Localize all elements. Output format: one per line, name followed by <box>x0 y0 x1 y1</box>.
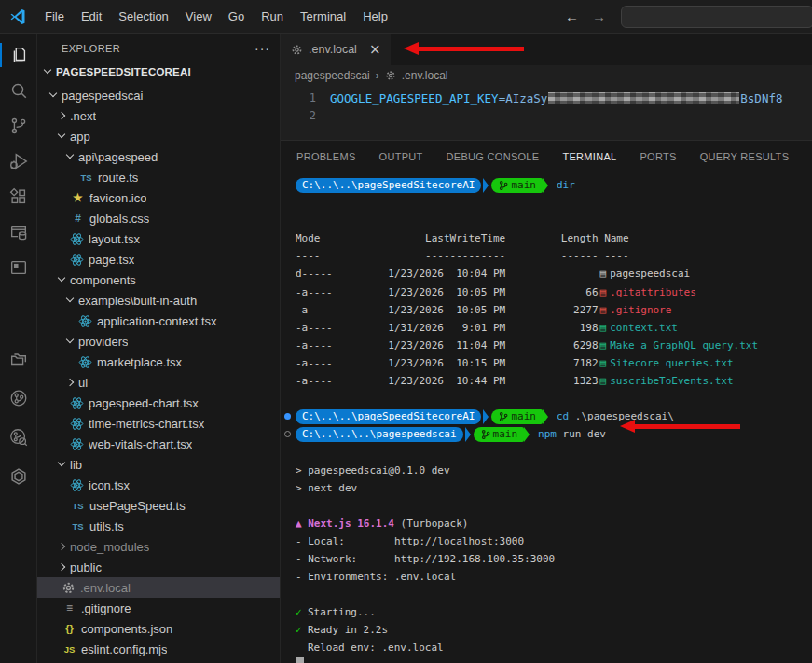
file-icon: ▤ <box>599 357 611 369</box>
breadcrumb-file[interactable]: .env.local <box>402 69 448 82</box>
tree-file-utils-ts[interactable]: TSutils.ts <box>37 516 280 536</box>
annotation-arrow-npm-run-dev <box>634 424 740 429</box>
tab-terminal[interactable]: TERMINAL <box>562 141 616 173</box>
tree-file-route-ts[interactable]: TSroute.ts <box>37 167 280 187</box>
line-number: 2 <box>281 107 330 125</box>
file-icon: ▤ <box>599 286 611 298</box>
path-pill: C:\..\..\pageSpeedSitecoreAI <box>296 178 481 193</box>
tree-file-icon-tsx[interactable]: icon.tsx <box>37 475 280 495</box>
dir-row: -a---- 1/23/2026 10:05 PM 66▤.gitattribu… <box>284 283 812 301</box>
back-arrow-icon[interactable]: ← <box>565 8 579 24</box>
run-debug-icon[interactable] <box>0 144 37 179</box>
tree-folder-providers[interactable]: providers <box>37 331 280 352</box>
tree-file-usepagespeed-ts[interactable]: TSusePageSpeed.ts <box>37 495 280 516</box>
tab-debug-console[interactable]: DEBUG CONSOLE <box>447 141 540 173</box>
tree-file-env-local[interactable]: .env.local <box>37 577 280 598</box>
dir-row: -a---- 1/23/2026 11:04 PM 6298▤Make a Gr… <box>284 337 812 354</box>
tree-file-globals-css[interactable]: #globals.css <box>37 208 280 228</box>
tree-file-marketplace-tsx[interactable]: marketplace.tsx <box>37 352 280 372</box>
search-icon[interactable] <box>0 73 37 108</box>
env-value-prefix: =AIzaSy <box>499 91 548 105</box>
tree-file-pagespeed-chart-tsx[interactable]: pagespeed-chart.tsx <box>37 393 280 413</box>
panel-tab-bar: PROBLEMS OUTPUT DEBUG CONSOLE TERMINAL P… <box>281 141 812 173</box>
file-icon: ▤ <box>599 304 611 316</box>
explorer-actions-icon[interactable]: ··· <box>255 45 270 52</box>
file-icon: ▤ <box>599 268 611 280</box>
tree-folder-node-modules[interactable]: node_modules <box>37 536 280 557</box>
file-tree: pagespeedscai .next app api\pagespeed TS… <box>37 85 280 659</box>
tree-folder-examples-built-in-auth[interactable]: examples\built-in-auth <box>37 290 280 311</box>
menu-edit[interactable]: Edit <box>73 4 110 30</box>
bottom-panel: PROBLEMS OUTPUT DEBUG CONSOLE TERMINAL P… <box>281 140 812 663</box>
database-icon[interactable] <box>0 214 37 250</box>
nextjs-local-line: - Local: http://localhost:3000 <box>284 532 812 550</box>
menu-selection[interactable]: Selection <box>110 4 176 30</box>
menu-view[interactable]: View <box>177 4 220 30</box>
tab-env-local[interactable]: .env.local × <box>281 33 391 65</box>
tree-folder-next[interactable]: .next <box>37 105 280 126</box>
powerline-separator-icon <box>524 427 530 442</box>
extensions-icon[interactable] <box>0 179 37 214</box>
editor-content[interactable]: 1 GOOGLE_PAGESPEED_API_KEY=AIzaSyBsDNf8 … <box>281 86 812 143</box>
gitlens-icon[interactable] <box>0 379 37 418</box>
chevron-down-icon <box>48 90 62 100</box>
menu-terminal[interactable]: Terminal <box>292 4 354 30</box>
hexagon-extension-icon[interactable] <box>0 457 37 496</box>
tree-folder-components[interactable]: components <box>37 269 280 290</box>
workspace-section-header[interactable]: PAGESPEEDSITECOREAI <box>37 61 280 83</box>
editor-group: .env.local × pagespeedscai › .env.local … <box>281 33 812 663</box>
tree-folder-ui[interactable]: ui <box>37 372 280 393</box>
tab-output[interactable]: OUTPUT <box>379 141 423 173</box>
dir-row: -a---- 1/31/2026 9:01 PM 198▤context.txt <box>284 319 812 337</box>
tree-file-application-context-tsx[interactable]: application-context.tsx <box>37 311 280 331</box>
annotation-arrow-tab <box>418 47 524 51</box>
typescript-icon: TS <box>70 521 86 532</box>
menu-go[interactable]: Go <box>220 4 253 30</box>
tree-folder-lib[interactable]: lib <box>37 454 280 475</box>
powerline-separator-icon <box>465 427 471 442</box>
breadcrumb-folder[interactable]: pagespeedscai <box>295 69 370 82</box>
tab-problems[interactable]: PROBLEMS <box>296 141 356 173</box>
branch-pill: main <box>474 427 525 442</box>
explorer-icon[interactable] <box>0 37 37 73</box>
commit-graph-icon[interactable] <box>0 418 37 457</box>
tree-file-web-vitals-chart-tsx[interactable]: web-vitals-chart.tsx <box>37 434 280 454</box>
tree-folder-api-pagespeed[interactable]: api\pagespeed <box>37 146 280 167</box>
command-center-searchbox[interactable] <box>621 6 812 28</box>
javascript-icon: JS <box>62 644 77 655</box>
file-icon: ▤ <box>599 375 611 387</box>
tree-file-page-tsx[interactable]: page.tsx <box>37 249 280 269</box>
react-icon <box>78 314 92 328</box>
tree-file-favicon[interactable]: ★favicon.ico <box>37 187 280 208</box>
folders-icon[interactable] <box>0 339 37 379</box>
tree-file-gitignore[interactable]: ≡.gitignore <box>37 598 280 618</box>
source-control-icon[interactable] <box>0 108 37 144</box>
tab-ports[interactable]: PORTS <box>640 141 676 173</box>
redacted-api-key <box>548 92 739 104</box>
check-icon: ✓ <box>296 603 308 621</box>
menu-file[interactable]: File <box>36 4 73 30</box>
forward-arrow-icon[interactable]: → <box>592 8 606 24</box>
window-panel-icon[interactable] <box>0 250 37 285</box>
star-icon: ★ <box>70 191 86 204</box>
nextjs-banner: ▲ Next.js 16.1.4 (Turbopack) <box>284 515 812 532</box>
menu-run[interactable]: Run <box>253 4 292 30</box>
tree-file-layout-tsx[interactable]: layout.tsx <box>37 228 280 249</box>
tree-file-eslint-config[interactable]: JSeslint.config.mjs <box>37 639 280 659</box>
terminal-content[interactable]: C:\..\..\pageSpeedSitecoreAI main dir Mo… <box>281 174 812 663</box>
tree-file-components-json[interactable]: {}components.json <box>37 618 280 639</box>
npm-script-line: > next dev <box>284 479 812 497</box>
tree-file-time-metrics-chart-tsx[interactable]: time-metrics-chart.tsx <box>37 413 280 434</box>
terminal-command: npm <box>538 425 557 443</box>
tab-query-results[interactable]: QUERY RESULTS <box>700 141 790 173</box>
close-icon[interactable]: × <box>369 41 381 58</box>
tree-folder-public[interactable]: public <box>37 557 280 577</box>
terminal-command: cd <box>557 407 569 425</box>
powerline-separator-icon <box>543 178 548 193</box>
menu-help[interactable]: Help <box>354 4 396 30</box>
tree-folder-pagespeedscai[interactable]: pagespeedscai <box>37 85 280 105</box>
breadcrumb-separator: › <box>376 69 379 82</box>
chevron-right-icon <box>57 542 70 551</box>
tab-label: .env.local <box>309 43 357 56</box>
tree-folder-app[interactable]: app <box>37 126 280 146</box>
